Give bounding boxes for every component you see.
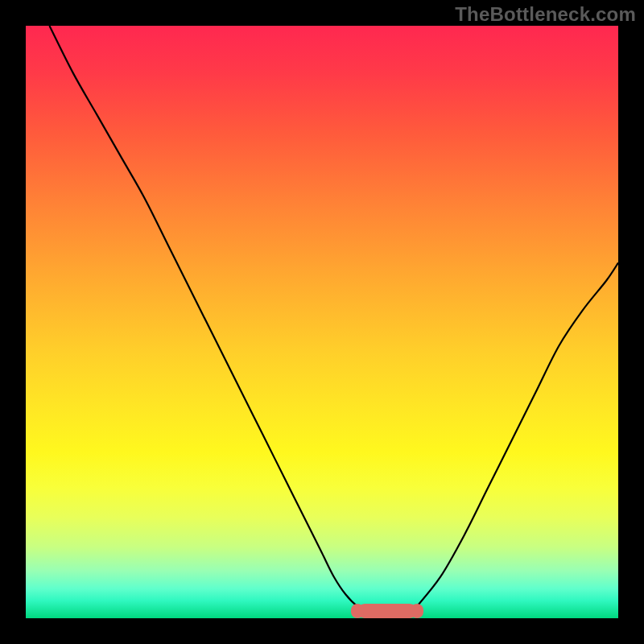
chart-frame: TheBottleneck.com [0, 0, 644, 644]
curve-path [49, 26, 618, 618]
marker-cap-right [411, 604, 423, 618]
optimal-range-marker [357, 604, 417, 618]
curve-svg [26, 26, 618, 618]
plot-area [26, 26, 618, 618]
watermark-text: TheBottleneck.com [455, 3, 636, 26]
marker-cap-left [351, 604, 364, 618]
